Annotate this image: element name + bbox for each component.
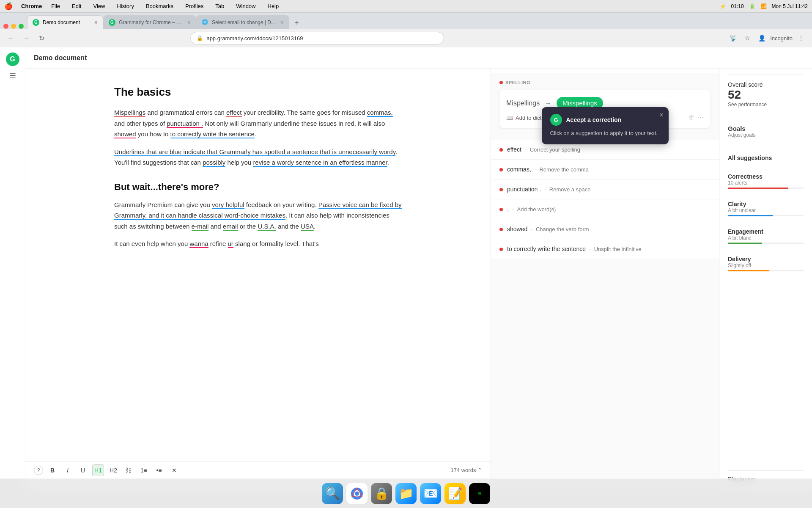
engagement-bar-container bbox=[728, 243, 804, 244]
menu-profiles[interactable]: Profiles bbox=[183, 2, 206, 10]
grammarly-panel: 23 All suggestions SPELLING Mispellings … bbox=[491, 47, 812, 491]
italic-button[interactable]: I bbox=[62, 464, 74, 476]
clear-format-button[interactable]: ✕ bbox=[168, 464, 180, 476]
address-bar: ← → ↻ 🔒 app.grammarly.com/ddocs/12150131… bbox=[0, 29, 812, 47]
editor-area[interactable]: The basics Mispellings and grammatical e… bbox=[25, 69, 491, 491]
close-window-button[interactable] bbox=[3, 24, 8, 29]
suggestion-passive[interactable]: Passive voice can be fixed by Grammarly,… bbox=[114, 201, 402, 220]
dock-finder-icon[interactable]: 🔍 bbox=[322, 483, 343, 504]
underline-button[interactable]: U bbox=[77, 464, 89, 476]
suggestion-separator: · bbox=[512, 206, 516, 213]
suggestion-blue-1[interactable]: Underlines that are blue indicate that G… bbox=[114, 148, 395, 156]
dock-terminal-icon[interactable]: ⌨ bbox=[469, 483, 490, 504]
more-options-button[interactable]: ⋯ bbox=[698, 114, 704, 121]
menu-history[interactable]: History bbox=[114, 2, 136, 10]
tab-1[interactable]: G Demo document × bbox=[27, 15, 103, 29]
menu-view[interactable]: View bbox=[91, 2, 107, 10]
suggestion-commas[interactable]: commas, bbox=[367, 109, 393, 117]
suggestion-word: commas, bbox=[507, 166, 531, 173]
maximize-window-button[interactable] bbox=[19, 24, 24, 29]
suggestion-item-punctuation[interactable]: punctuation . · Remove a space bbox=[491, 179, 719, 199]
dock-files-icon[interactable]: 📁 bbox=[395, 483, 417, 504]
suggestion-item-infinitive[interactable]: to correctly write the sentence · Unspli… bbox=[491, 239, 719, 259]
tab-2[interactable]: G Grammarly for Chrome – Chr... × bbox=[103, 15, 196, 29]
misspelling-effect[interactable]: effect bbox=[226, 109, 241, 117]
menu-file[interactable]: File bbox=[49, 2, 63, 10]
dock-mail-icon[interactable]: 📧 bbox=[420, 483, 441, 504]
url-bar[interactable]: 🔒 app.grammarly.com/ddocs/1215013169 bbox=[190, 32, 444, 44]
nav-correctness[interactable]: Correctness 10 alerts bbox=[728, 171, 804, 191]
dock-chrome-icon[interactable] bbox=[346, 483, 368, 504]
word-count: 174 words ⌃ bbox=[450, 467, 482, 473]
account-icon[interactable]: 👤 bbox=[756, 32, 768, 44]
suggestion-email-1[interactable]: e-mail bbox=[192, 223, 209, 231]
sidebar-toggle-button[interactable]: ☰ bbox=[9, 71, 16, 80]
dock-lock-icon[interactable]: 🔒 bbox=[371, 483, 392, 504]
forward-button[interactable]: → bbox=[20, 32, 32, 44]
spelling-label-text: SPELLING bbox=[505, 80, 530, 85]
menu-bookmarks[interactable]: Bookmarks bbox=[143, 2, 176, 10]
suggestion-item-showed[interactable]: showed · Change the verb form bbox=[491, 219, 719, 239]
menu-dots-icon[interactable]: ⋮ bbox=[795, 32, 807, 44]
nav-all-suggestions[interactable]: All suggestions bbox=[728, 152, 804, 164]
apple-menu[interactable]: 🍎 bbox=[4, 2, 13, 10]
suggestion-punctuation[interactable]: punctuation . bbox=[167, 120, 203, 128]
overall-score-section: Overall score 52 See performance bbox=[728, 81, 804, 108]
menu-help[interactable]: Help bbox=[265, 2, 282, 10]
tab-3[interactable]: 🌐 Select email to change | Djang... × bbox=[196, 15, 289, 29]
app-name[interactable]: Chrome bbox=[21, 3, 42, 9]
unordered-list-button[interactable]: •≡ bbox=[153, 464, 165, 476]
suggestion-ur[interactable]: ur bbox=[228, 240, 233, 248]
reload-button[interactable]: ↻ bbox=[36, 32, 47, 44]
link-button[interactable]: ⛓ bbox=[123, 464, 134, 476]
delete-suggestion-button[interactable]: 🗑 bbox=[689, 114, 694, 121]
suggestion-usa-2[interactable]: USA bbox=[301, 223, 314, 231]
dock-notes-icon[interactable]: 📝 bbox=[444, 483, 466, 504]
suggestion-item-comma[interactable]: , · Add the word(s) bbox=[491, 199, 719, 219]
delivery-bar bbox=[728, 270, 769, 271]
suggestion-split-infinitive[interactable]: to correctly write the sentence bbox=[170, 130, 255, 138]
suggestion-item-commas[interactable]: commas, · Remove the comma bbox=[491, 160, 719, 179]
tooltip-body: Click on a suggestion to apply it to you… bbox=[550, 129, 660, 138]
browser-chrome: G Demo document × G Grammarly for Chrome… bbox=[0, 13, 812, 47]
wifi-icon: 📶 bbox=[760, 3, 767, 9]
suggestion-email-2[interactable]: email bbox=[223, 223, 238, 231]
nav-delivery[interactable]: Delivery Slightly off bbox=[728, 253, 804, 274]
suggestion-wordy[interactable]: revise a wordy sentence in an effortless… bbox=[253, 159, 387, 167]
h2-button[interactable]: H2 bbox=[107, 464, 119, 476]
back-button[interactable]: ← bbox=[5, 32, 17, 44]
tab-close-3[interactable]: × bbox=[280, 19, 284, 26]
nav-engagement[interactable]: Engagement A bit bland bbox=[728, 226, 804, 246]
menu-tab[interactable]: Tab bbox=[213, 2, 227, 10]
nav-clarity[interactable]: Clarity A bit unclear bbox=[728, 198, 804, 219]
tab-close-1[interactable]: × bbox=[94, 19, 98, 26]
suggestion-possibly[interactable]: possibly bbox=[203, 159, 225, 167]
tab-favicon-1: G bbox=[33, 19, 39, 26]
goals-section[interactable]: Goals Adjust goals bbox=[728, 125, 804, 138]
misspelling-1[interactable]: Mispellings bbox=[114, 109, 145, 117]
help-button[interactable]: ? bbox=[34, 466, 43, 475]
tab-title-1: Demo document bbox=[43, 19, 91, 25]
suggestion-text: to correctly write the sentence · Unspli… bbox=[507, 246, 642, 252]
grammarly-logo[interactable]: G bbox=[6, 52, 19, 66]
menu-window[interactable]: Window bbox=[233, 2, 258, 10]
tooltip-close-icon[interactable]: × bbox=[659, 111, 663, 119]
new-tab-button[interactable]: + bbox=[291, 17, 303, 29]
suggestion-action: Remove the comma bbox=[539, 166, 588, 173]
correction-card[interactable]: Mispellings → Misspellings × G Accept a … bbox=[499, 90, 710, 128]
suggestion-very-helpful[interactable]: very helpful bbox=[212, 201, 244, 209]
bookmark-icon[interactable]: ☆ bbox=[741, 32, 753, 44]
suggestion-wanna[interactable]: wanna bbox=[189, 240, 208, 248]
goals-adjust-link[interactable]: Adjust goals bbox=[728, 132, 804, 138]
ordered-list-button[interactable]: 1≡ bbox=[138, 464, 150, 476]
see-performance-link[interactable]: See performance bbox=[728, 102, 804, 108]
cast-icon[interactable]: 📡 bbox=[727, 32, 739, 44]
minimize-window-button[interactable] bbox=[11, 24, 16, 29]
suggestion-showed[interactable]: showed bbox=[114, 130, 136, 138]
clarity-bar bbox=[728, 215, 773, 216]
menu-edit[interactable]: Edit bbox=[69, 2, 84, 10]
bold-button[interactable]: B bbox=[47, 464, 58, 476]
tab-close-2[interactable]: × bbox=[187, 19, 191, 26]
h1-button[interactable]: H1 bbox=[92, 464, 104, 476]
suggestion-usa-1[interactable]: U.S.A. bbox=[258, 223, 276, 231]
